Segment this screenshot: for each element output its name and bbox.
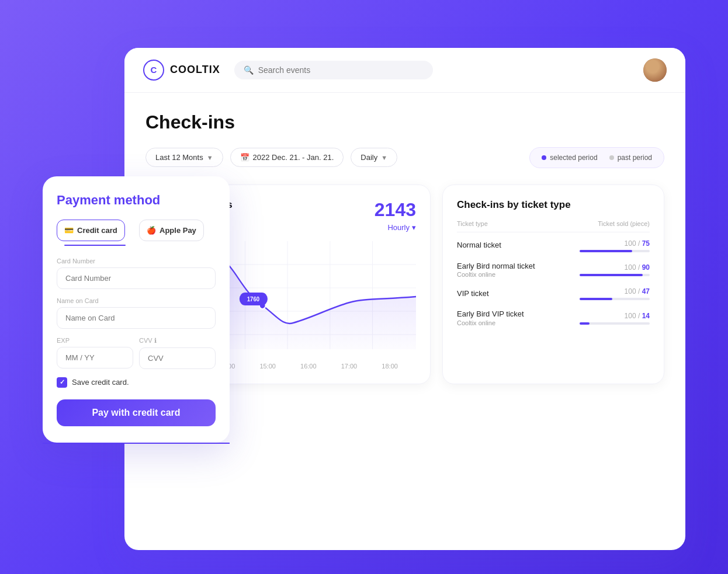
exp-cvv-row: EXP CVV ℹ: [57, 337, 216, 377]
legend-past-label: past period: [618, 154, 652, 162]
ticket-numbers: 100 / 14: [580, 312, 650, 320]
xaxis-label-5: 18:00: [382, 363, 398, 370]
logo-icon: C: [143, 60, 164, 81]
apple-icon: 🍎: [147, 226, 156, 235]
date-range-label: 2022 Dec. 21. - Jan. 21.: [253, 153, 334, 162]
topnav: C COOLTIX 🔍: [124, 48, 685, 93]
ticket-row: Early Bird normal ticket Cooltix online …: [457, 262, 650, 279]
name-on-card-input[interactable]: [57, 307, 216, 329]
progress-bar-fill: [580, 250, 632, 252]
ticket-card-title: Check-ins by ticket type: [457, 199, 650, 211]
xaxis-label-4: 17:00: [341, 363, 358, 370]
card-number-group: Card Number: [57, 258, 216, 289]
ticket-rows-container: Normal ticket 100 / 75 Early Bird normal…: [457, 239, 650, 327]
tab-apple-pay[interactable]: 🍎 Apple Pay: [139, 220, 204, 241]
selected-dot: [542, 155, 546, 160]
ticket-sub: Cooltix online: [457, 271, 580, 278]
past-dot: [609, 155, 614, 160]
name-on-card-group: Name on Card: [57, 297, 216, 329]
filters-row: Last 12 Monts ▼ 📅 2022 Dec. 21. - Jan. 2…: [145, 147, 664, 168]
ticket-sub: Cooltix online: [457, 319, 580, 326]
name-on-card-label: Name on Card: [57, 297, 216, 304]
search-bar[interactable]: 🔍: [234, 61, 433, 79]
card-number-input[interactable]: [57, 267, 216, 289]
info-icon: ℹ: [154, 337, 157, 344]
legend-area: selected period past period: [529, 147, 664, 168]
ticket-numbers: 100 / 90: [580, 263, 650, 272]
ticket-stats: 100 / 14: [580, 312, 650, 325]
ticket-name: Early Bird VIP ticket: [457, 309, 580, 319]
exp-label: EXP: [57, 337, 133, 344]
ticket-stats: 100 / 47: [580, 287, 650, 300]
period-filter[interactable]: Last 12 Monts ▼: [145, 148, 223, 167]
ticket-stats: 100 / 75: [580, 239, 650, 252]
tab-underline: [64, 245, 126, 246]
date-filter[interactable]: 📅 2022 Dec. 21. - Jan. 21.: [230, 148, 344, 167]
xaxis-label-3: 16:00: [300, 363, 317, 370]
progress-bar-fill: [580, 298, 612, 300]
payment-tabs: 💳 Credit card 🍎 Apple Pay: [57, 220, 216, 246]
tab-apple-label: Apple Pay: [160, 226, 196, 235]
ticket-name: VIP ticket: [457, 289, 580, 299]
hourly-label: Hourly: [387, 223, 410, 232]
chevron-down-icon-2: ▼: [381, 154, 387, 161]
progress-bar-fill: [580, 322, 590, 325]
ticket-info: Early Bird normal ticket Cooltix online: [457, 262, 580, 279]
ticket-stats: 100 / 90: [580, 263, 650, 276]
payment-modal: Payment method 💳 Credit card 🍎 Apple Pay…: [43, 176, 230, 443]
cvv-group: CVV ℹ: [139, 337, 216, 369]
chart-stat-area: 2143 Hourly ▾: [375, 199, 416, 232]
save-checkbox-row[interactable]: ✓ Save credit card.: [57, 377, 216, 388]
stat-value: 2143: [375, 199, 416, 221]
col2-header: Ticket sold (piece): [598, 220, 650, 227]
ticket-row: Early Bird VIP ticket Cooltix online 100…: [457, 309, 650, 326]
search-input[interactable]: [258, 65, 424, 75]
pay-button-label: Pay with credit card: [92, 408, 180, 418]
granularity-label: Daily: [360, 153, 377, 162]
legend-selected: selected period: [542, 154, 597, 162]
chart-tooltip-text: 1760: [247, 295, 260, 302]
card-number-label: Card Number: [57, 258, 216, 265]
progress-bar-bg: [580, 298, 650, 300]
chevron-down-icon-3: ▾: [412, 223, 416, 232]
exp-input[interactable]: [57, 347, 133, 368]
ticket-name: Early Bird normal ticket: [457, 262, 580, 272]
page-title: Check-ins: [145, 112, 664, 133]
ticket-row: VIP ticket 100 / 47: [457, 287, 650, 300]
ticket-name: Normal ticket: [457, 241, 580, 251]
save-checkbox-label: Save credit card.: [72, 378, 129, 387]
progress-bar-bg: [580, 322, 650, 325]
ticket-info: Early Bird VIP ticket Cooltix online: [457, 309, 580, 326]
ticket-table-header: Ticket type Ticket sold (piece): [457, 220, 650, 232]
payment-title: Payment method: [57, 193, 216, 208]
brand-name: COOLTIX: [170, 64, 220, 76]
progress-bar-bg: [580, 250, 650, 252]
exp-group: EXP: [57, 337, 133, 369]
tab-credit-card[interactable]: 💳 Credit card: [57, 220, 125, 241]
ticket-numbers: 100 / 47: [580, 287, 650, 295]
cvv-input[interactable]: [139, 347, 216, 369]
ticket-info: VIP ticket: [457, 289, 580, 299]
save-checkbox[interactable]: ✓: [57, 377, 67, 388]
progress-bar-fill: [580, 274, 643, 276]
cvv-label: CVV ℹ: [139, 337, 216, 345]
chevron-down-icon: ▼: [207, 154, 213, 161]
card-icon: 💳: [64, 226, 74, 235]
hourly-btn[interactable]: Hourly ▾: [375, 223, 416, 232]
granularity-filter[interactable]: Daily ▼: [351, 148, 397, 167]
xaxis-label-2: 15:00: [259, 363, 276, 370]
tab-credit-label: Credit card: [77, 226, 117, 235]
calendar-icon: 📅: [240, 153, 249, 162]
legend-past: past period: [609, 154, 652, 162]
col1-header: Ticket type: [457, 220, 488, 227]
ticket-row: Normal ticket 100 / 75: [457, 239, 650, 252]
ticket-info: Normal ticket: [457, 241, 580, 251]
ticket-numbers: 100 / 75: [580, 239, 650, 248]
progress-bar-bg: [580, 274, 650, 276]
pay-button[interactable]: Pay with credit card: [57, 399, 216, 426]
legend-selected-label: selected period: [550, 154, 597, 162]
period-label: Last 12 Monts: [155, 153, 203, 162]
search-icon: 🔍: [244, 65, 254, 75]
avatar[interactable]: [643, 58, 667, 82]
ticket-card: Check-ins by ticket type Ticket type Tic…: [442, 185, 664, 384]
